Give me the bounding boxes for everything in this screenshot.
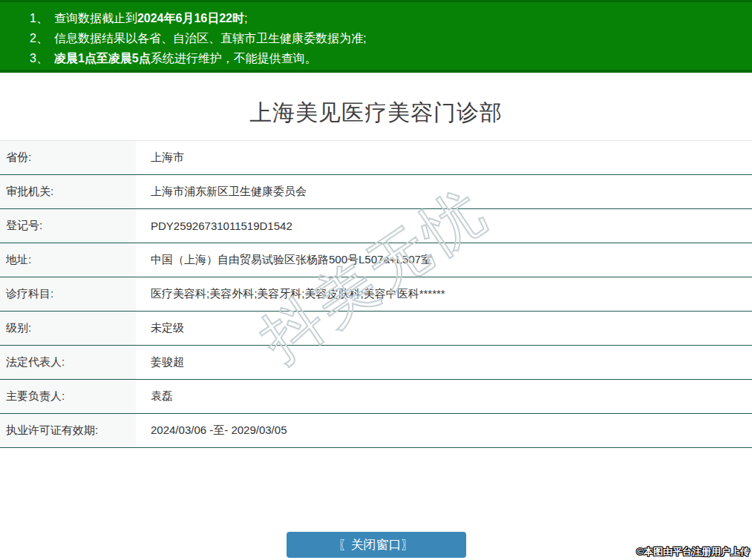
row-label: 省份: [0,141,136,174]
notice-number: 3、 [30,52,48,65]
row-label: 地址: [0,243,136,277]
notice-text: 信息数据结果以各省、自治区、直辖市卫生健康委数据为准; [54,32,366,45]
notice-text: ; [244,12,247,24]
row-value: 姜骏超 [136,346,184,379]
table-row: 法定代表人:姜骏超 [0,346,752,380]
notice-text: 凌晨1点至凌晨5点 [54,52,151,65]
notice-number: 2、 [30,32,48,45]
notice-text: 2024年6月16日22时 [137,12,244,24]
row-label: 主要负责人: [0,380,136,413]
notice-line: 2、信息数据结果以各省、自治区、直辖市卫生健康委数据为准; [30,28,745,48]
table-row: 级别:未定级 [0,312,752,346]
table-row: 地址:中国（上海）自由贸易试验区张杨路500号L507a+L507室 [0,243,752,277]
table-row: 诊疗科目:医疗美容科;美容外科;美容牙科;美容皮肤科;美容中医科****** [0,277,752,312]
table-row: 登记号:PDY25926731011519D1542 [0,209,752,243]
notice-text: 系统进行维护，不能提供查询。 [151,52,317,65]
notice-banner: 1、查询数据截止到2024年6月16日22时;2、信息数据结果以各省、自治区、直… [0,0,752,73]
close-window-button[interactable]: 〖关闭窗口〗 [287,532,466,558]
row-label: 法定代表人: [0,346,136,379]
notice-text: 查询数据截止到 [54,12,137,24]
notice-number: 1、 [30,12,48,24]
row-value: 中国（上海）自由贸易试验区张杨路500号L507a+L507室 [136,243,432,277]
credit-watermark: ©本图由平台注册用户上传 [636,545,750,559]
notice-line: 3、凌晨1点至凌晨5点系统进行维护，不能提供查询。 [30,48,745,68]
notice-line: 1、查询数据截止到2024年6月16日22时; [30,8,745,28]
page-title: 上海美见医疗美容门诊部 [0,98,752,128]
table-row: 执业许可证有效期:2024/03/06 -至- 2029/03/05 [0,414,752,448]
row-label: 诊疗科目: [0,277,136,311]
info-table: 省份:上海市审批机关:上海市浦东新区卫生健康委员会登记号:PDY25926731… [0,140,752,448]
row-label: 审批机关: [0,175,136,208]
row-value: 上海市 [136,141,184,174]
table-row: 审批机关:上海市浦东新区卫生健康委员会 [0,175,752,209]
table-row: 省份:上海市 [0,141,752,175]
row-value: 未定级 [136,312,184,345]
row-label: 级别: [0,312,136,345]
row-label: 执业许可证有效期: [0,414,136,447]
row-label: 登记号: [0,209,136,243]
row-value: 2024/03/06 -至- 2029/03/05 [136,414,287,447]
row-value: 袁磊 [136,380,173,413]
row-value: 医疗美容科;美容外科;美容牙科;美容皮肤科;美容中医科****** [136,277,445,311]
table-row: 主要负责人:袁磊 [0,380,752,414]
row-value: PDY25926731011519D1542 [136,209,292,243]
row-value: 上海市浦东新区卫生健康委员会 [136,175,307,208]
